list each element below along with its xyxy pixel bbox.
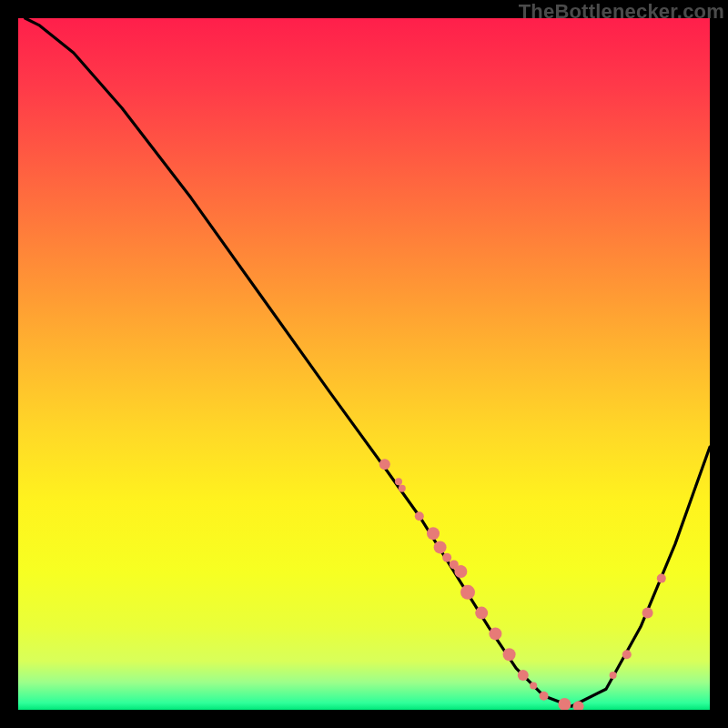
plot-frame (18, 18, 710, 710)
gradient-background (18, 18, 710, 710)
